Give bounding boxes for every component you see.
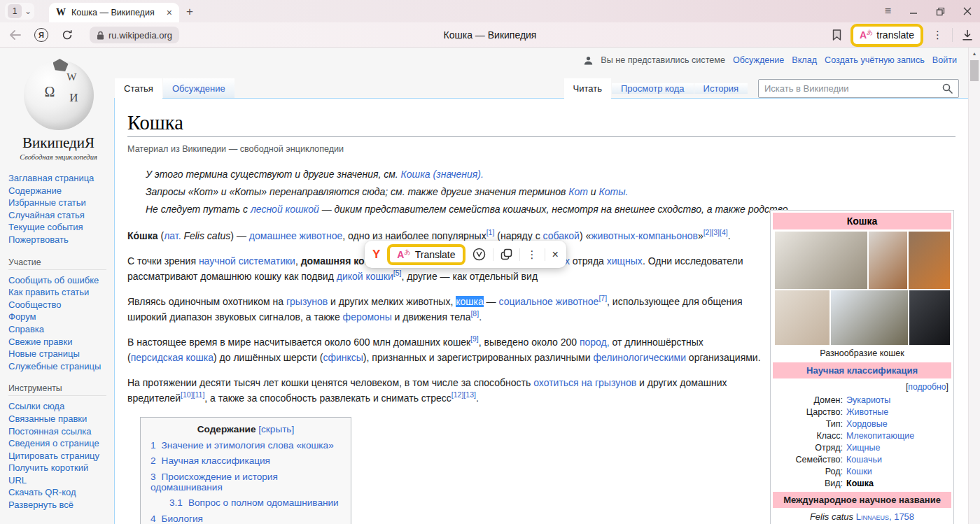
taxonomy-link[interactable]: Хордовые [846, 418, 888, 430]
reference-link[interactable]: [12][13] [451, 390, 476, 399]
bookmark-icon[interactable] [832, 29, 841, 41]
sidebar-link[interactable]: Как править статьи [8, 286, 108, 299]
sidebar-link[interactable]: Справка [8, 323, 108, 336]
search-icon[interactable] [942, 83, 953, 94]
wiki-link[interactable]: научной систематики [199, 255, 295, 267]
reload-button[interactable] [62, 29, 73, 41]
personal-link-login[interactable]: Войти [932, 55, 957, 65]
sidebar-link[interactable]: Новые страницы [8, 348, 108, 360]
browser-menu-icon[interactable]: ≡ [885, 5, 891, 17]
cat-photo-tabby-cat-snow[interactable] [831, 290, 908, 345]
toc-hide-toggle[interactable]: [скрыть] [258, 424, 294, 434]
cat-photo-abyssinian-cat[interactable] [869, 232, 907, 289]
sidebar-link[interactable]: Случайная статья [8, 209, 108, 222]
sidebar-link[interactable]: Текущие события [8, 221, 108, 234]
toolbar-translate-button[interactable]: Aあ translate [850, 24, 923, 47]
reference-link[interactable]: [5] [393, 269, 402, 277]
wiki-search-box[interactable] [758, 79, 959, 98]
sidebar-link[interactable]: Форум [8, 311, 108, 323]
taxonomy-link[interactable]: Кошачьи [846, 454, 882, 466]
wiki-link[interactable]: персидская кошка [131, 352, 214, 363]
reference-link[interactable]: [2][3][4] [704, 228, 728, 236]
search-input[interactable] [764, 83, 938, 94]
cat-photo-red-white-cat[interactable] [909, 232, 950, 289]
wiki-link[interactable]: Коты. [599, 186, 629, 197]
taxonomy-link[interactable]: Животные [846, 406, 888, 418]
tab-view-source[interactable]: Просмотр кода [612, 83, 694, 94]
taxonomy-link[interactable]: Млекопитающие [846, 430, 914, 442]
wiki-link[interactable]: охотиться на грызунов [533, 377, 636, 388]
wiki-link[interactable]: пород, [580, 337, 610, 348]
back-button[interactable] [10, 30, 21, 40]
toc-item[interactable]: 1Значение и этимология слова «кошка» [150, 440, 341, 451]
sidebar-link[interactable]: Содержание [8, 185, 108, 197]
scrollbar-up-arrow[interactable]: ▲ [969, 48, 980, 59]
address-bar[interactable]: ru.wikipedia.org [90, 27, 179, 43]
sidebar-link[interactable]: Служебные страницы [8, 360, 108, 373]
sidebar-link[interactable]: Ссылки сюда [8, 400, 108, 413]
scrollbar-thumb[interactable] [970, 60, 979, 81]
tab-article[interactable]: Статья [115, 78, 162, 99]
toolbar-more-icon[interactable]: ⋮ [932, 29, 943, 41]
download-icon[interactable] [962, 29, 973, 41]
tab-read[interactable]: Читать [564, 78, 611, 99]
minimize-button[interactable] [909, 7, 918, 15]
sidebar-link[interactable]: Скачать QR-код [8, 486, 108, 499]
cat-photo-siamese-cream-cat[interactable] [775, 290, 830, 345]
sidebar-link[interactable]: Получить короткий URL [8, 462, 108, 486]
sidebar-link[interactable]: Избранные статьи [8, 197, 108, 209]
sidebar-link[interactable]: Пожертвовать [8, 234, 108, 246]
new-tab-button[interactable]: + [186, 5, 193, 19]
personal-link-contribs[interactable]: Вклад [792, 55, 817, 65]
sidebar-link[interactable]: Заглавная страница [8, 172, 108, 185]
tab-count-badge[interactable]: 1 [8, 4, 22, 18]
wiki-link[interactable]: лат. [164, 230, 181, 241]
sidebar-link[interactable]: Связанные правки [8, 413, 108, 425]
wiki-link[interactable]: дикой кошки [337, 271, 393, 282]
sidebar-link[interactable]: Развернуть всё [8, 499, 108, 511]
toc-item[interactable]: 3.1Вопрос о полном одомашнивании [150, 497, 341, 508]
cat-photo-tabby-cat-lying[interactable] [775, 232, 867, 289]
wikipedia-logo[interactable]: Ω W И [24, 60, 94, 130]
page-scrollbar[interactable]: ▲ [968, 48, 980, 524]
taxonomy-link[interactable]: Эукариоты [846, 395, 890, 406]
wiki-link[interactable]: Кот [568, 186, 588, 197]
restore-button[interactable] [936, 7, 945, 16]
close-window-button[interactable] [963, 7, 972, 15]
browser-tab[interactable]: W Кошка — Википедия × [49, 3, 179, 22]
sidebar-link[interactable]: Сведения о странице [8, 437, 108, 450]
sidebar-link[interactable]: Постоянная ссылка [8, 425, 108, 438]
toc-item[interactable]: 2Научная классификация [150, 455, 341, 466]
author-link[interactable]: Linnaeus [856, 511, 889, 522]
toc-item[interactable]: 4Биология [150, 514, 341, 524]
popup-translate-button[interactable]: Aあ Translate [387, 244, 465, 265]
sidebar-link[interactable]: Свежие правки [8, 336, 108, 348]
cat-photo-gray-cat-dark[interactable] [909, 290, 950, 345]
wiki-link[interactable]: домашнее животное [249, 230, 342, 241]
taxonomy-link[interactable]: Хищные [846, 442, 880, 454]
reference-link[interactable]: [8] [470, 309, 479, 318]
tab-history[interactable]: История [694, 83, 748, 94]
taxonomy-link[interactable]: Кошки [846, 466, 872, 478]
sidebar-link[interactable]: Цитировать страницу [8, 450, 108, 462]
yandex-services-button[interactable]: Я [34, 28, 48, 42]
wiki-link[interactable]: собакой [543, 230, 580, 241]
reference-link[interactable]: [7] [598, 294, 607, 302]
wiki-link[interactable]: хищных [607, 255, 643, 267]
wiki-link[interactable]: грызунов [286, 296, 328, 307]
tab-counter[interactable]: 1 ⌄ [5, 3, 34, 20]
wiki-link[interactable]: феромоны [343, 311, 392, 323]
tab-discussion[interactable]: Обсуждение [163, 78, 234, 98]
personal-link-create-account[interactable]: Создать учётную запись [825, 55, 925, 65]
copy-icon[interactable] [500, 248, 512, 260]
wiki-link[interactable]: сфинксы [323, 352, 363, 363]
sidebar-link[interactable]: Сообщить об ошибке [8, 274, 108, 287]
reference-link[interactable]: [10][11] [181, 390, 204, 399]
sidebar-link[interactable]: Сообщество [8, 299, 108, 311]
wiki-link[interactable]: социальное животное [499, 296, 599, 307]
read-aloud-icon[interactable] [472, 248, 486, 261]
infobox-detail-link[interactable]: [подробно] [773, 381, 951, 395]
wiki-link[interactable]: животных-компаньонов [591, 230, 698, 241]
infobox-classification-header[interactable]: Научная классификация [773, 362, 951, 378]
chevron-down-icon[interactable]: ⌄ [24, 6, 31, 16]
